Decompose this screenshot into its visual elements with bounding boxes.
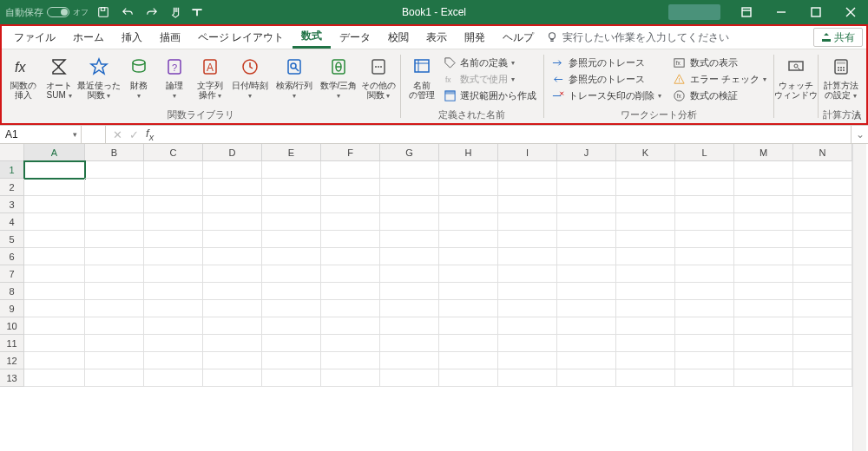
cell[interactable]: [793, 352, 852, 369]
cell[interactable]: [675, 248, 734, 265]
cell[interactable]: [24, 196, 85, 213]
cell[interactable]: [144, 179, 203, 196]
cell[interactable]: [498, 352, 557, 369]
cell[interactable]: [616, 317, 675, 335]
cell[interactable]: [203, 317, 262, 335]
row-header[interactable]: 9: [0, 300, 24, 317]
cell[interactable]: [557, 317, 616, 335]
cell[interactable]: [675, 179, 734, 196]
cell[interactable]: [380, 300, 439, 317]
cell[interactable]: [734, 248, 793, 265]
cell[interactable]: [262, 283, 321, 300]
cell[interactable]: [262, 352, 321, 369]
cell[interactable]: [439, 300, 498, 317]
cell[interactable]: [439, 196, 498, 213]
cell[interactable]: [203, 265, 262, 283]
cell[interactable]: [439, 213, 498, 231]
cell[interactable]: [24, 161, 85, 179]
column-header[interactable]: L: [675, 144, 734, 161]
cell[interactable]: [616, 196, 675, 213]
cell[interactable]: [734, 161, 793, 179]
maximize-button[interactable]: [799, 0, 833, 24]
row-header[interactable]: 1: [0, 161, 24, 179]
create-from-selection-button[interactable]: 選択範囲から作成: [441, 88, 538, 103]
cell[interactable]: [24, 300, 85, 317]
cell[interactable]: [793, 196, 852, 213]
enter-icon[interactable]: ✓: [129, 128, 139, 141]
cell[interactable]: [734, 179, 793, 196]
trace-precedents-button[interactable]: 参照元のトレース: [549, 55, 663, 70]
watch-window-button[interactable]: ウォッチ ウィンドウ: [779, 53, 812, 101]
recent-functions-button[interactable]: 最近使った 関数 ▾: [78, 53, 120, 102]
show-formulas-button[interactable]: fx数式の表示: [671, 55, 768, 70]
cell[interactable]: [24, 352, 85, 369]
cell[interactable]: [321, 300, 380, 317]
cell[interactable]: [616, 352, 675, 369]
cell[interactable]: [203, 248, 262, 265]
undo-button[interactable]: [118, 3, 137, 22]
cell[interactable]: [439, 335, 498, 352]
error-checking-button[interactable]: !エラー チェック ▾: [671, 71, 768, 87]
vertical-scrollbar[interactable]: [852, 144, 866, 451]
cell[interactable]: [616, 335, 675, 352]
cell[interactable]: [321, 283, 380, 300]
cell[interactable]: [498, 248, 557, 265]
cell[interactable]: [321, 161, 380, 179]
tab-help[interactable]: ヘルプ: [494, 26, 542, 49]
cell[interactable]: [675, 317, 734, 335]
cell[interactable]: [321, 317, 380, 335]
cell[interactable]: [498, 213, 557, 231]
cell[interactable]: [321, 265, 380, 283]
column-header[interactable]: K: [616, 144, 675, 161]
column-header[interactable]: C: [144, 144, 203, 161]
tab-insert[interactable]: 挿入: [113, 26, 151, 49]
cell[interactable]: [675, 231, 734, 248]
cell[interactable]: [85, 231, 144, 248]
cell[interactable]: [793, 300, 852, 317]
cell[interactable]: [24, 369, 85, 387]
qat-customize-button[interactable]: [191, 3, 203, 22]
cell[interactable]: [616, 179, 675, 196]
cell[interactable]: [85, 283, 144, 300]
cell[interactable]: [557, 369, 616, 387]
row-header[interactable]: 5: [0, 231, 24, 248]
cell[interactable]: [616, 300, 675, 317]
column-header[interactable]: G: [380, 144, 439, 161]
cell[interactable]: [144, 335, 203, 352]
row-header[interactable]: 10: [0, 317, 24, 335]
cell[interactable]: [380, 179, 439, 196]
touch-mode-button[interactable]: [167, 3, 186, 22]
cell[interactable]: [498, 369, 557, 387]
row-header[interactable]: 13: [0, 369, 24, 387]
math-button[interactable]: 数学/三角▾: [318, 53, 359, 102]
define-name-button[interactable]: 名前の定義 ▾: [441, 55, 538, 70]
cell[interactable]: [85, 352, 144, 369]
cell[interactable]: [203, 335, 262, 352]
cell[interactable]: [262, 335, 321, 352]
cell[interactable]: [557, 335, 616, 352]
column-header[interactable]: B: [85, 144, 144, 161]
cell[interactable]: [321, 352, 380, 369]
cell[interactable]: [557, 283, 616, 300]
cell[interactable]: [793, 248, 852, 265]
cell[interactable]: [262, 248, 321, 265]
cell[interactable]: [85, 248, 144, 265]
lookup-button[interactable]: 検索/行列▾: [273, 53, 315, 102]
trace-dependents-button[interactable]: 参照先のトレース: [549, 71, 663, 87]
cell[interactable]: [203, 300, 262, 317]
use-in-formula-button[interactable]: fx数式で使用 ▾: [441, 71, 538, 87]
cell[interactable]: [85, 300, 144, 317]
tab-data[interactable]: データ: [331, 26, 379, 49]
cell[interactable]: [793, 231, 852, 248]
datetime-button[interactable]: 日付/時刻▾: [229, 53, 271, 102]
expand-formula-bar-button[interactable]: ⌄: [851, 126, 868, 143]
tab-file[interactable]: ファイル: [5, 26, 64, 49]
cell[interactable]: [675, 213, 734, 231]
cell[interactable]: [203, 196, 262, 213]
save-button[interactable]: [94, 3, 113, 22]
cell[interactable]: [321, 213, 380, 231]
formula-input[interactable]: [161, 126, 851, 143]
insert-function-button[interactable]: fx 関数の 挿入: [7, 53, 40, 101]
cell[interactable]: [557, 213, 616, 231]
column-header[interactable]: E: [262, 144, 321, 161]
